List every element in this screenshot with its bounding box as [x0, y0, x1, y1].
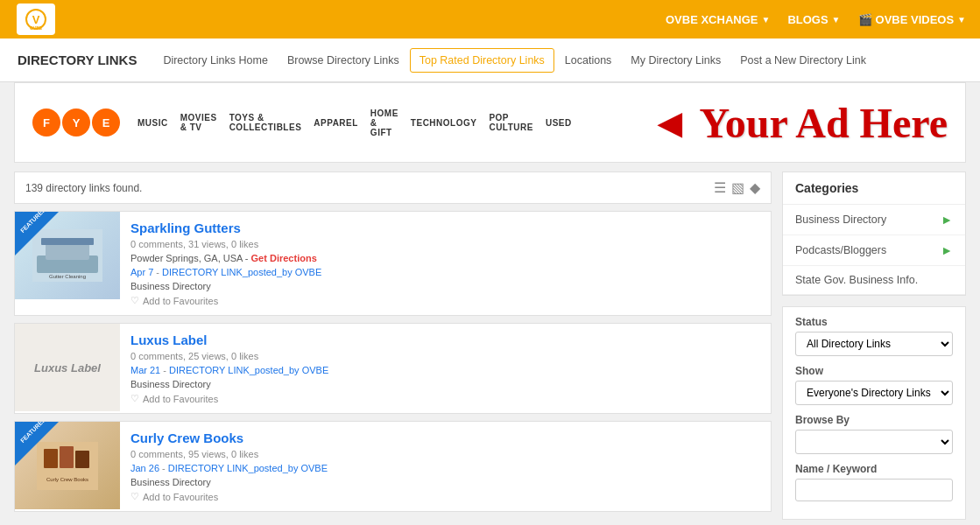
fye-used[interactable]: USED — [546, 118, 572, 128]
video-icon: 🎬 — [858, 13, 872, 26]
sidebar-item-podcasts-bloggers[interactable]: Podcasts/Bloggers ► — [783, 235, 965, 266]
status-select[interactable]: All Directory Links — [795, 332, 953, 356]
heart-icon: ♡ — [130, 295, 139, 306]
author-link[interactable]: OVBE — [302, 365, 329, 375]
show-select[interactable]: Everyone's Directory Links — [795, 381, 953, 405]
author-link[interactable]: OVBE — [300, 463, 328, 473]
listing-category: Business Directory — [130, 477, 760, 487]
directory-links-home-link[interactable]: Directory Links Home — [154, 49, 276, 72]
post-new-directory-link-link[interactable]: Post a New Directory Link — [731, 49, 875, 72]
view-icons: ☰ ▧ ◆ — [714, 179, 760, 196]
svg-rect-12 — [75, 451, 89, 468]
fye-toys[interactable]: TOYS & COLLECTIBLES — [229, 113, 302, 132]
grid-view-icon[interactable]: ▧ — [731, 179, 744, 196]
sidebar-item-state-gov[interactable]: State Gov. Business Info. — [783, 266, 965, 295]
listing-count: 139 directory links found. — [25, 182, 142, 194]
table-row: FEATURED Curly Crew Books Curly Crew Boo… — [14, 421, 772, 512]
listing-thumbnail: FEATURED Gutter Cleaning — [15, 212, 120, 299]
sidebar-item-business-directory[interactable]: Business Directory ► — [783, 205, 965, 235]
listing-info: Luxus Label 0 comments, 25 views, 0 like… — [120, 324, 771, 413]
show-label: Show — [795, 365, 953, 377]
ad-text-area: ◄ Your Ad Here — [572, 99, 948, 147]
listing-date: Apr 7 - DIRECTORY LINK_posted_by OVBE — [130, 267, 760, 277]
arrow-left-icon: ◄ — [649, 99, 691, 147]
ad-banner-inner: F Y E MUSIC MOVIES & TV TOYS & COLLECTIB… — [15, 99, 965, 147]
listing-meta: 0 comments, 31 views, 0 likes — [130, 239, 760, 249]
add-to-favourites-button[interactable]: ♡ Add to Favourites — [130, 393, 760, 404]
section-title: DIRECTORY LINKS — [18, 52, 137, 67]
fye-nav: MUSIC MOVIES & TV TOYS & COLLECTIBLES AP… — [137, 108, 572, 137]
left-panel: 139 directory links found. ☰ ▧ ◆ FEATURE… — [14, 172, 772, 525]
listing-title[interactable]: Curly Crew Books — [130, 430, 760, 445]
table-row: Luxus Label Luxus Label 0 comments, 25 v… — [14, 323, 772, 414]
fye-pop-culture[interactable]: POP CULTURE — [489, 113, 533, 132]
categories-box: Categories Business Directory ► Podcasts… — [782, 172, 966, 296]
top-rated-directory-links-link[interactable]: Top Rated Directory Links — [410, 48, 554, 73]
main-content: 139 directory links found. ☰ ▧ ◆ FEATURE… — [0, 172, 980, 525]
fye-y-circle: Y — [62, 108, 90, 136]
listing-title[interactable]: Sparkling Gutters — [130, 220, 760, 235]
name-keyword-input[interactable] — [795, 479, 953, 501]
map-view-icon[interactable]: ◆ — [750, 179, 760, 196]
arrow-right-icon: ► — [941, 243, 953, 257]
chevron-down-icon: ▼ — [957, 15, 966, 24]
ovbe-videos-link[interactable]: 🎬 OVBE VIDEOS ▼ — [858, 13, 966, 26]
listing-info: Curly Crew Books 0 comments, 95 views, 0… — [120, 422, 771, 511]
listing-meta: 0 comments, 95 views, 0 likes — [130, 449, 760, 459]
add-to-favourites-button[interactable]: ♡ Add to Favourites — [130, 491, 760, 502]
secondary-nav-links: Directory Links Home Browse Directory Li… — [154, 48, 875, 73]
blogs-link[interactable]: BLOGS ▼ — [787, 13, 840, 26]
fye-home-gift[interactable]: HOME & GIFT — [370, 108, 398, 137]
heart-icon: ♡ — [130, 491, 139, 502]
browse-by-label: Browse By — [795, 414, 953, 426]
locations-link[interactable]: Locations — [556, 49, 621, 72]
author-link[interactable]: OVBE — [295, 267, 322, 277]
listing-meta: 0 comments, 25 views, 0 likes — [130, 351, 760, 361]
list-view-icon[interactable]: ☰ — [714, 179, 726, 196]
fye-movies[interactable]: MOVIES & TV — [180, 113, 217, 132]
secondary-nav: DIRECTORY LINKS Directory Links Home Bro… — [0, 38, 980, 82]
svg-text:Gutter Cleaning: Gutter Cleaning — [49, 274, 86, 279]
listing-info: Sparkling Gutters 0 comments, 31 views, … — [120, 212, 771, 315]
svg-rect-11 — [60, 446, 74, 468]
fye-logo: F Y E — [32, 108, 120, 136]
status-label: Status — [795, 316, 953, 328]
right-panel: Categories Business Directory ► Podcasts… — [782, 172, 966, 525]
listing-category: Business Directory — [130, 281, 760, 291]
my-directory-links-link[interactable]: My Directory Links — [622, 49, 730, 72]
svg-text:V: V — [32, 13, 40, 26]
fye-f-circle: F — [32, 108, 60, 136]
listing-date: Jan 26 - DIRECTORY LINK_posted_by OVBE — [130, 463, 760, 473]
ovbe-xchange-link[interactable]: OVBE XCHANGE ▼ — [666, 13, 770, 26]
arrow-right-icon: ► — [941, 213, 953, 227]
fye-technology[interactable]: TECHNOLOGY — [411, 118, 477, 128]
fye-e-circle: E — [92, 108, 120, 136]
browse-directory-links-link[interactable]: Browse Directory Links — [278, 49, 408, 72]
table-row: FEATURED Gutter Cleaning Sparkling Gutte… — [14, 211, 772, 316]
add-to-favourites-button[interactable]: ♡ Add to Favourites — [130, 295, 760, 306]
categories-title: Categories — [783, 172, 965, 205]
svg-text:Curly Crew Books: Curly Crew Books — [46, 477, 88, 482]
filters-box: Status All Directory Links Show Everyone… — [782, 306, 966, 520]
listing-thumbnail: FEATURED Curly Crew Books — [15, 422, 120, 509]
thumb-image: Luxus Label — [15, 324, 120, 411]
sidebar-filter: Status All Directory Links Show Everyone… — [783, 307, 965, 519]
ad-headline[interactable]: Your Ad Here — [699, 99, 948, 147]
listing-header: 139 directory links found. ☰ ▧ ◆ — [14, 172, 772, 204]
name-keyword-label: Name / Keyword — [795, 463, 953, 475]
listing-thumbnail: Luxus Label — [15, 324, 120, 411]
svg-text:OVBE: OVBE — [30, 25, 43, 31]
browse-by-select[interactable] — [795, 430, 953, 454]
get-directions-link[interactable]: Get Directions — [251, 253, 317, 263]
fye-music[interactable]: MUSIC — [137, 118, 168, 128]
top-nav: V OVBE OVBE XCHANGE ▼ BLOGS ▼ 🎬 OVBE VID… — [0, 0, 980, 38]
listing-category: Business Directory — [130, 379, 760, 389]
site-logo[interactable]: V OVBE — [14, 4, 58, 35]
listing-title[interactable]: Luxus Label — [130, 332, 760, 347]
heart-icon: ♡ — [130, 393, 139, 404]
chevron-down-icon: ▼ — [761, 15, 770, 24]
ad-banner: F Y E MUSIC MOVIES & TV TOYS & COLLECTIB… — [14, 82, 966, 163]
listing-location: Powder Springs, GA, USA - Get Directions — [130, 253, 760, 263]
chevron-down-icon: ▼ — [832, 15, 841, 24]
fye-apparel[interactable]: APPAREL — [314, 118, 358, 128]
